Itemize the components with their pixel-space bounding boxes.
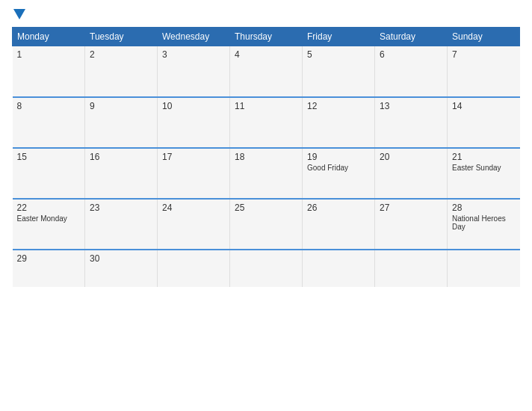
day-number: 30: [90, 253, 152, 264]
calendar-cell: 26: [303, 199, 375, 250]
day-number: 18: [235, 152, 297, 162]
calendar-cell: 1: [13, 46, 85, 97]
header: [12, 9, 520, 19]
day-number: 17: [162, 152, 225, 162]
day-number: 2: [90, 49, 152, 60]
weekday-header-row: Monday Tuesday Wednesday Thursday Friday…: [13, 28, 520, 46]
day-number: 15: [17, 152, 81, 162]
day-number: 22: [17, 203, 81, 213]
day-number: 5: [307, 49, 370, 60]
calendar-cell: 28National Heroes Day: [448, 199, 520, 250]
holiday-label: National Heroes Day: [452, 214, 516, 231]
day-number: 24: [162, 203, 225, 213]
day-number: 29: [17, 253, 81, 264]
day-number: 9: [90, 101, 152, 111]
day-number: 19: [307, 152, 370, 162]
day-number: 16: [90, 152, 152, 162]
calendar-header: Monday Tuesday Wednesday Thursday Friday…: [13, 28, 520, 46]
day-number: 8: [17, 101, 81, 111]
calendar-cell: 17: [158, 148, 230, 199]
calendar-table: Monday Tuesday Wednesday Thursday Friday…: [12, 27, 520, 287]
col-wednesday: Wednesday: [158, 28, 230, 46]
calendar-cell: 23: [85, 199, 158, 250]
calendar-cell: 12: [303, 97, 375, 148]
day-number: 21: [452, 152, 516, 162]
calendar-row-2: 891011121314: [13, 97, 520, 148]
day-number: 11: [235, 101, 297, 111]
day-number: 28: [452, 203, 516, 213]
calendar-cell: 22Easter Monday: [13, 199, 85, 250]
day-number: 6: [380, 49, 442, 60]
calendar-cell: 8: [13, 97, 85, 148]
logo: [12, 9, 25, 19]
calendar-cell: 24: [158, 199, 230, 250]
calendar-cell: 29: [13, 250, 85, 287]
calendar-cell: 3: [158, 46, 230, 97]
day-number: 13: [380, 101, 442, 111]
calendar-cell: 25: [230, 199, 303, 250]
calendar-cell: 10: [158, 97, 230, 148]
logo-flag-icon: [13, 9, 25, 19]
day-number: 25: [235, 203, 297, 213]
calendar-row-5: 2930: [13, 250, 520, 287]
calendar-cell: 21Easter Sunday: [448, 148, 520, 199]
col-tuesday: Tuesday: [85, 28, 158, 46]
calendar-cell: 4: [230, 46, 303, 97]
calendar-cell: 18: [230, 148, 303, 199]
calendar-cell: 2: [85, 46, 158, 97]
calendar-cell: 6: [375, 46, 448, 97]
holiday-label: Easter Monday: [17, 214, 81, 223]
svg-marker-0: [13, 9, 25, 19]
col-monday: Monday: [13, 28, 85, 46]
calendar-cell: 19Good Friday: [303, 148, 375, 199]
day-number: 27: [380, 203, 442, 213]
col-friday: Friday: [303, 28, 375, 46]
col-saturday: Saturday: [375, 28, 448, 46]
calendar-cell: [448, 250, 520, 287]
day-number: 14: [452, 101, 516, 111]
calendar-cell: 15: [13, 148, 85, 199]
calendar-row-4: 22Easter Monday232425262728National Hero…: [13, 199, 520, 250]
calendar-cell: 20: [375, 148, 448, 199]
calendar-cell: 30: [85, 250, 158, 287]
calendar-cell: 9: [85, 97, 158, 148]
col-sunday: Sunday: [448, 28, 520, 46]
calendar-cell: 16: [85, 148, 158, 199]
calendar-cell: [303, 250, 375, 287]
calendar-cell: 7: [448, 46, 520, 97]
day-number: 1: [17, 49, 81, 60]
calendar-row-1: 1234567: [13, 46, 520, 97]
calendar-row-3: 1516171819Good Friday2021Easter Sunday: [13, 148, 520, 199]
day-number: 10: [162, 101, 225, 111]
calendar-cell: 14: [448, 97, 520, 148]
calendar-cell: 5: [303, 46, 375, 97]
col-thursday: Thursday: [230, 28, 303, 46]
calendar-page: Monday Tuesday Wednesday Thursday Friday…: [0, 0, 532, 411]
calendar-cell: 11: [230, 97, 303, 148]
calendar-cell: [375, 250, 448, 287]
calendar-cell: [158, 250, 230, 287]
day-number: 12: [307, 101, 370, 111]
calendar-body: 12345678910111213141516171819Good Friday…: [13, 46, 520, 287]
calendar-cell: [230, 250, 303, 287]
calendar-cell: 27: [375, 199, 448, 250]
holiday-label: Good Friday: [307, 164, 370, 172]
day-number: 4: [235, 49, 297, 60]
day-number: 26: [307, 203, 370, 213]
day-number: 7: [452, 49, 516, 60]
calendar-cell: 13: [375, 97, 448, 148]
day-number: 23: [90, 203, 152, 213]
day-number: 3: [162, 49, 225, 60]
day-number: 20: [380, 152, 442, 162]
holiday-label: Easter Sunday: [452, 164, 516, 172]
